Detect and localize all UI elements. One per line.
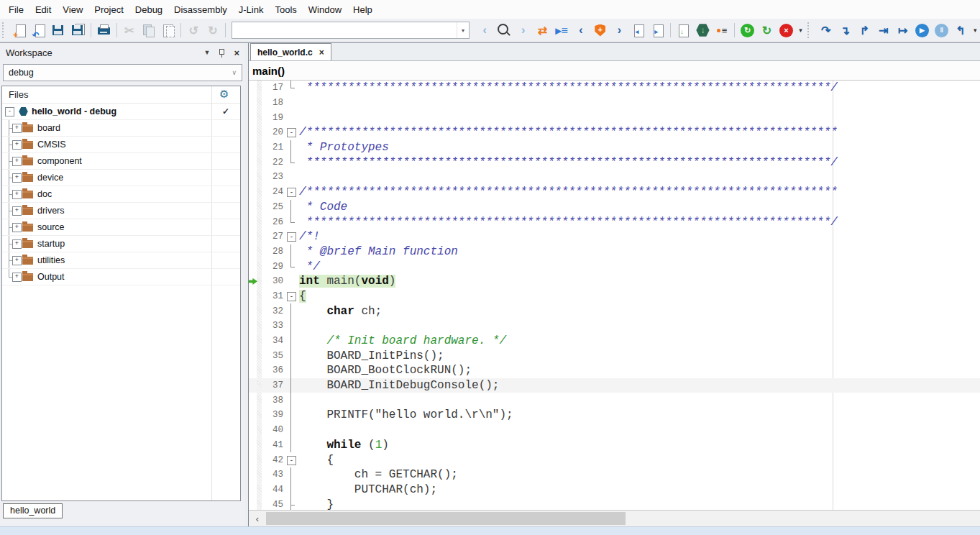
undo-button[interactable]: ↺ <box>184 21 203 40</box>
tree-item-doc[interactable]: +doc <box>2 186 240 203</box>
find-next-button[interactable]: › <box>513 21 533 40</box>
scroll-left-button[interactable]: ‹ <box>249 511 266 526</box>
fold-collapse-icon[interactable]: - <box>287 292 296 301</box>
breakpoint-margin[interactable] <box>249 185 257 200</box>
menu-item-file[interactable]: File <box>3 1 29 18</box>
breakpoint-margin[interactable] <box>249 81 257 96</box>
breakpoint-margin[interactable] <box>249 155 257 170</box>
function-selector-bar[interactable]: main() <box>249 61 980 81</box>
scrollbar-thumb[interactable] <box>266 512 626 525</box>
code-text[interactable]: /***************************************… <box>299 186 838 198</box>
source-browser-button[interactable]: ≡ <box>713 21 732 40</box>
code-text[interactable]: */ <box>299 260 320 273</box>
breakpoint-margin[interactable] <box>249 497 257 510</box>
tree-item-board[interactable]: +board <box>2 120 240 137</box>
code-text[interactable]: while (1) <box>299 439 389 452</box>
goto-definition-button[interactable]: ▸≡ <box>552 21 572 40</box>
code-text[interactable]: { <box>299 290 306 303</box>
find-replace-button[interactable]: ⇄ <box>533 21 552 40</box>
breakpoint-margin[interactable] <box>249 467 257 483</box>
code-text[interactable]: /***************************************… <box>299 126 838 139</box>
code-text[interactable]: char ch; <box>299 305 382 318</box>
code-text[interactable]: ch = GETCHAR(); <box>299 468 458 481</box>
new-file-button[interactable]: + <box>11 21 30 40</box>
fold-collapse-icon[interactable]: - <box>287 232 296 242</box>
breakpoint-margin[interactable] <box>249 423 257 438</box>
breakpoint-margin[interactable] <box>249 378 257 393</box>
horizontal-scrollbar[interactable]: ‹ <box>249 510 980 526</box>
menu-item-help[interactable]: Help <box>347 1 378 18</box>
expand-box-icon[interactable]: + <box>12 173 22 183</box>
menu-item-debug[interactable]: Debug <box>129 1 168 18</box>
configuration-dropdown[interactable]: debug ∨ <box>3 64 242 81</box>
breakpoint-margin[interactable] <box>249 289 257 304</box>
tree-item-startup[interactable]: +startup <box>2 236 240 252</box>
breakpoint-margin[interactable] <box>249 483 257 498</box>
toggle-breakpoint-button[interactable]: + <box>590 21 610 40</box>
code-text[interactable]: PUTCHAR(ch); <box>299 483 437 496</box>
breakpoint-margin[interactable] <box>249 452 257 467</box>
breakpoint-margin[interactable] <box>249 438 257 453</box>
save-button[interactable] <box>49 21 68 40</box>
menu-item-edit[interactable]: Edit <box>29 1 57 18</box>
code-area[interactable]: 17 *************************************… <box>249 81 980 510</box>
expand-box-icon[interactable]: + <box>12 190 22 199</box>
find-previous-button[interactable]: ‹ <box>475 21 495 40</box>
next-document-button[interactable]: ▸ <box>649 21 668 40</box>
code-text[interactable]: ****************************************… <box>299 156 838 169</box>
search-button[interactable] <box>495 21 514 40</box>
gear-icon[interactable]: ⚙ <box>219 88 229 101</box>
step-over-button[interactable]: ↷ <box>816 21 835 40</box>
breakpoint-margin[interactable] <box>249 125 257 140</box>
breakpoint-margin[interactable] <box>249 348 257 363</box>
code-text[interactable]: BOARD_InitDebugConsole(); <box>299 379 499 392</box>
code-text[interactable]: BOARD_InitPins(); <box>299 349 444 362</box>
workspace-tab-hello-world[interactable]: hello_world <box>3 503 63 518</box>
menu-item-view[interactable]: View <box>57 1 88 18</box>
code-text[interactable]: { <box>299 454 334 467</box>
breakpoint-margin[interactable] <box>249 140 257 155</box>
code-text[interactable]: BOARD_BootClockRUN(); <box>299 364 472 377</box>
tree-item-cmsis[interactable]: +CMSIS <box>2 137 240 153</box>
breakpoint-margin[interactable] <box>249 259 257 274</box>
code-text[interactable]: * Prototypes <box>299 141 389 154</box>
project-root-row[interactable]: - hello_world - debug ✓ <box>2 104 240 120</box>
code-text[interactable]: * Code <box>299 201 347 214</box>
open-file-button[interactable]: ↶ <box>30 21 50 40</box>
tree-item-device[interactable]: +device <box>2 170 240 186</box>
breakpoint-margin[interactable] <box>249 363 257 378</box>
menu-item-disassembly[interactable]: Disassembly <box>168 1 233 18</box>
toolbar-overflow-button[interactable]: ▾ <box>796 21 806 40</box>
fold-collapse-icon[interactable]: - <box>287 188 296 197</box>
menu-item-tools[interactable]: Tools <box>269 1 302 18</box>
step-out-button[interactable]: ↱ <box>855 21 874 40</box>
expand-box-icon[interactable]: + <box>12 256 22 265</box>
copy-button[interactable] <box>139 21 158 40</box>
save-all-button[interactable] <box>68 21 88 40</box>
combobox-dropdown-icon[interactable]: ▾ <box>457 22 469 38</box>
code-text[interactable]: ****************************************… <box>299 81 838 94</box>
reset-button[interactable]: ↰ <box>951 21 971 40</box>
expand-box-icon[interactable]: + <box>12 239 22 249</box>
breakpoint-margin[interactable] <box>249 274 257 289</box>
menu-item-j-link[interactable]: J-Link <box>233 1 270 18</box>
tab-close-icon[interactable]: × <box>319 47 324 58</box>
download-and-debug-button[interactable]: ↓ <box>693 21 713 40</box>
panel-close-icon[interactable]: × <box>234 47 239 58</box>
expand-box-icon[interactable]: + <box>12 157 22 166</box>
expand-box-icon[interactable]: + <box>12 206 22 216</box>
menu-item-project[interactable]: Project <box>88 1 129 18</box>
redo-button[interactable]: ↻ <box>203 21 223 40</box>
step-into-button[interactable]: ↴ <box>835 21 855 40</box>
breakpoint-margin[interactable] <box>249 96 257 111</box>
tree-item-output[interactable]: +Output <box>2 269 240 285</box>
go-button[interactable]: ▶ <box>912 21 932 40</box>
breakpoint-margin[interactable] <box>249 214 257 229</box>
fold-collapse-icon[interactable]: - <box>287 456 296 465</box>
expand-box-icon[interactable]: + <box>12 140 22 150</box>
code-text[interactable]: * @brief Main function <box>299 245 458 258</box>
next-statement-button[interactable]: ↦ <box>893 21 912 40</box>
breakpoint-margin[interactable] <box>249 244 257 260</box>
breakpoint-margin[interactable] <box>249 170 257 185</box>
expand-box-icon[interactable]: + <box>12 273 22 282</box>
